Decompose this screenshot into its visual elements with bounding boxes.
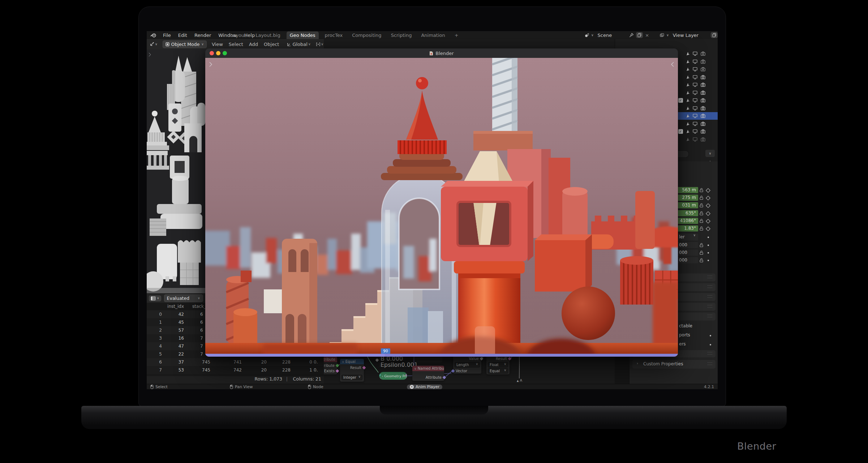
transform-orientation[interactable]: Global ∨: [287, 42, 310, 47]
socket-attribute-out[interactable]: Attribute: [412, 375, 444, 380]
compare-epsilon-field[interactable]: Epsilon0.001: [379, 362, 405, 368]
compare-node-fields[interactable]: B0.000 Epsilon0.001: [379, 356, 405, 368]
lock-icon[interactable]: [699, 218, 704, 224]
unlink-scene-button[interactable]: ×: [645, 33, 649, 38]
minimize-window-button[interactable]: [216, 51, 220, 55]
keyframe-diamond-icon[interactable]: [706, 219, 710, 224]
custom-properties-panel[interactable]: › Custom Properties ········: [632, 360, 716, 369]
tab-proctex[interactable]: procTex: [322, 31, 346, 39]
lock-icon[interactable]: [699, 195, 704, 201]
attribute-node-header[interactable]: tribute: [324, 357, 337, 362]
dataset-selector[interactable]: Evaluated ∨: [164, 294, 203, 302]
editor-type-button[interactable]: ∨: [150, 42, 158, 47]
compare-mode-dropdown[interactable]: Equal∨: [488, 368, 508, 374]
lock-icon[interactable]: [699, 226, 704, 232]
hide-viewport-icon: [693, 98, 701, 103]
equal-node[interactable]: ∨ Equal Result Integer∨: [340, 359, 364, 382]
compare-type-dropdown[interactable]: Float∨: [488, 362, 508, 368]
anim-player-pill[interactable]: × Anim Player: [407, 384, 442, 389]
hide-viewport-icon: [693, 129, 701, 134]
lock-icon[interactable]: [699, 188, 704, 194]
tab-animation[interactable]: Animation: [418, 31, 448, 39]
table-row[interactable]: 7537457422022810.: [147, 366, 324, 374]
timeline-scrubber[interactable]: [205, 354, 678, 357]
tab-layout[interactable]: Layout: [227, 31, 249, 39]
animate-dot[interactable]: [708, 260, 709, 261]
tab-layout-big[interactable]: Layout.big: [252, 31, 283, 39]
collapsed-input-a[interactable]: ▲ A: [517, 378, 522, 382]
keyframe-diamond-icon[interactable]: [706, 188, 710, 193]
keyframe-diamond-icon[interactable]: [706, 196, 710, 200]
pin-icon[interactable]: [629, 33, 634, 38]
blender-render-window[interactable]: Blender: [205, 48, 678, 357]
spreadsheet-editor-type-button[interactable]: ∨: [149, 296, 161, 301]
scene-selector[interactable]: ∨ Scene: [585, 33, 612, 38]
close-window-button[interactable]: [210, 51, 214, 55]
lock-icon[interactable]: [699, 243, 704, 249]
compare-b-field[interactable]: B0.000: [379, 356, 405, 361]
cell-inst-idx: 37: [163, 358, 184, 366]
laptop-lid: FileEditRenderWindowHelp LayoutLayout.bi…: [138, 7, 726, 407]
tab-scripting[interactable]: Scripting: [388, 31, 415, 39]
animate-dot[interactable]: [710, 344, 711, 345]
animate-dot[interactable]: [708, 252, 709, 254]
keyframe-diamond-icon[interactable]: [706, 226, 710, 231]
cell-value: 7: [200, 342, 203, 350]
row-index: 6: [147, 358, 162, 366]
lock-icon[interactable]: [699, 258, 704, 264]
tab--[interactable]: +: [451, 31, 462, 39]
animate-dot[interactable]: [710, 335, 711, 336]
pivot-point-button[interactable]: ∨: [316, 42, 324, 47]
geometry-proximity-node[interactable]: › Geometry Proximity: [379, 372, 407, 380]
lock-icon[interactable]: [699, 203, 704, 209]
socket-exists[interactable]: Exists: [324, 368, 337, 374]
stop-icon[interactable]: ×: [410, 385, 414, 389]
socket-attribute[interactable]: Attribute: [324, 363, 337, 368]
copy-icon: [712, 33, 716, 37]
lock-icon[interactable]: [699, 250, 704, 256]
zoom-window-button[interactable]: [223, 51, 227, 55]
view-layer-selector[interactable]: ∨ View Layer: [660, 33, 699, 38]
keyframe-diamond-icon[interactable]: [706, 203, 710, 208]
named-attribute-node[interactable]: ∨ Named Attribute Attribute: [412, 366, 444, 381]
table-row[interactable]: 6377457412022800.: [147, 358, 324, 366]
length-mode-dropdown[interactable]: Length∨: [455, 362, 480, 368]
menu-edit[interactable]: Edit: [178, 33, 187, 38]
socket-result-out[interactable]: Result: [486, 356, 510, 361]
socket-result[interactable]: Result: [340, 365, 364, 370]
tab-geo-nodes[interactable]: Geo Nodes: [287, 31, 319, 39]
row-index: 3: [147, 334, 162, 342]
equal-mode-dropdown[interactable]: Integer∨: [341, 375, 362, 380]
compare-float-node[interactable]: Result Float∨ Equal∨: [486, 356, 510, 374]
blender-logo-icon: [150, 33, 156, 38]
equal-node-header[interactable]: ∨ Equal: [340, 359, 364, 364]
animate-dot[interactable]: [708, 237, 709, 238]
lock-icon[interactable]: [699, 211, 704, 217]
socket-vector-in[interactable]: Vector: [453, 368, 481, 374]
new-scene-button[interactable]: [636, 32, 643, 38]
expand-button[interactable]: ∨: [705, 150, 715, 157]
view-layer-name[interactable]: View Layer: [673, 33, 699, 38]
vector-math-length-node[interactable]: Value Length∨ Vector: [453, 356, 481, 374]
menu-render[interactable]: Render: [194, 33, 211, 38]
keyframe-diamond-icon[interactable]: [706, 211, 710, 216]
viewport-menu-object[interactable]: Object: [264, 42, 279, 47]
viewport-menu-add[interactable]: Add: [249, 42, 258, 47]
named-attribute-header[interactable]: ∨ Named Attribute: [412, 366, 444, 371]
window-titlebar[interactable]: Blender: [205, 48, 678, 58]
animate-dot[interactable]: [708, 245, 709, 246]
visibility-label: ers: [679, 341, 686, 347]
viewport-menu-select[interactable]: Select: [229, 42, 243, 47]
viewport-menu-view[interactable]: View: [212, 42, 223, 47]
menu-file[interactable]: File: [163, 33, 171, 38]
tab-compositing[interactable]: Compositing: [349, 31, 385, 39]
attribute-node[interactable]: tribute Attribute Exists: [324, 357, 337, 374]
column-header-inst-idx[interactable]: inst_idx: [147, 304, 184, 309]
socket-value[interactable]: Value: [453, 356, 481, 361]
new-view-layer-button[interactable]: [711, 32, 718, 38]
desk-background: FileEditRenderWindowHelp LayoutLayout.bi…: [0, 0, 868, 463]
playhead-frame-badge[interactable]: 90: [381, 348, 390, 354]
mode-selector[interactable]: Object Mode ∨: [163, 41, 207, 48]
selectable-icon: [686, 75, 693, 80]
scene-name[interactable]: Scene: [598, 33, 612, 38]
